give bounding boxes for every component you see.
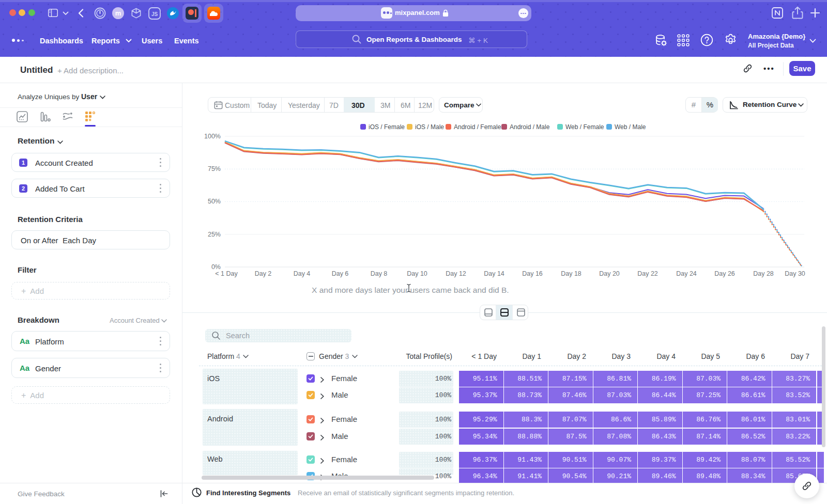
svg-text:Day 28: Day 28	[753, 270, 774, 277]
svg-text:Day 2: Day 2	[255, 270, 272, 277]
svg-text:25%: 25%	[208, 231, 221, 238]
svg-text:Day 26: Day 26	[714, 270, 735, 277]
svg-text:Day 12: Day 12	[446, 270, 466, 277]
svg-text:50%: 50%	[208, 198, 221, 205]
svg-text:Day 18: Day 18	[561, 270, 581, 277]
svg-text:Day 22: Day 22	[637, 270, 658, 277]
svg-text:Day 4: Day 4	[294, 270, 311, 277]
svg-text:Day 16: Day 16	[522, 270, 543, 277]
svg-text:Day 10: Day 10	[407, 270, 427, 277]
svg-text:Day 30: Day 30	[785, 270, 805, 277]
svg-text:Day 8: Day 8	[371, 270, 388, 277]
svg-text:0%: 0%	[211, 263, 221, 271]
svg-text:< 1 Day: < 1 Day	[215, 270, 238, 277]
svg-text:Day 20: Day 20	[599, 270, 620, 277]
svg-text:Day 6: Day 6	[332, 270, 349, 277]
svg-text:75%: 75%	[208, 165, 221, 172]
svg-text:Day 14: Day 14	[484, 270, 504, 277]
svg-text:100%: 100%	[204, 133, 221, 140]
svg-text:Day 24: Day 24	[676, 270, 697, 277]
